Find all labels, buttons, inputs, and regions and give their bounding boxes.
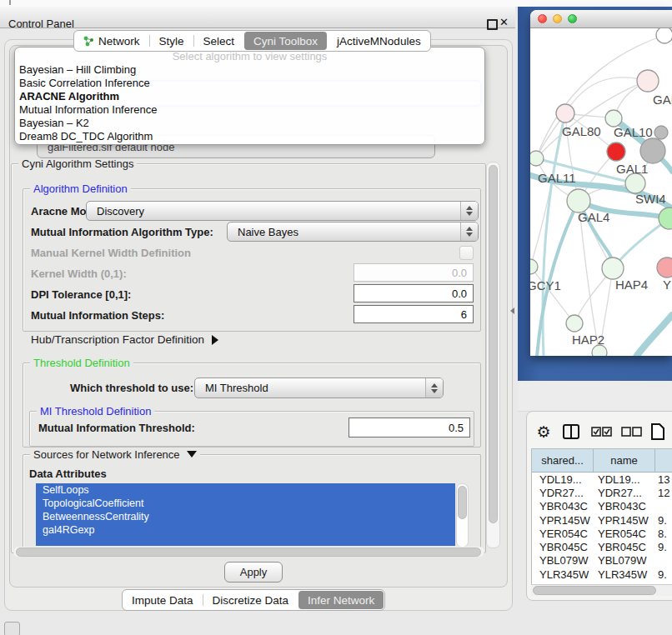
network-canvas[interactable]: GAL7GAL80GAL10GAL11GAL1GAL4SWI4GCY1HAP4Y… — [530, 28, 672, 356]
algorithm-option[interactable]: Basic Correlation Inference — [15, 77, 484, 90]
node-label-gal4: GAL4 — [578, 210, 609, 224]
mi-threshold-field[interactable]: 0.5 — [349, 418, 470, 438]
table-row[interactable]: YBR043CYBR043C — [532, 500, 672, 513]
table-cell: YBR045C — [594, 541, 655, 553]
attribute-list-item[interactable]: SelfLoops — [36, 483, 455, 497]
column-header-shared-name[interactable]: shared... — [532, 449, 594, 472]
spinner-arrows-icon — [460, 202, 478, 220]
tab-style[interactable]: Style — [150, 35, 193, 48]
table-body: YDL19...YDL19...13YDR27...YDR27...12YBR0… — [532, 472, 672, 594]
column-header-name[interactable]: name — [594, 449, 655, 472]
zoom-traffic-light-icon[interactable] — [568, 14, 577, 23]
cyni-algorithm-settings-title: Cyni Algorithm Settings — [18, 158, 137, 170]
new-table-icon[interactable] — [649, 423, 667, 440]
network-node-gal80[interactable] — [556, 104, 574, 122]
hub-definition-toggle[interactable]: Hub/Transcription Factor Definition — [31, 333, 218, 346]
table-row[interactable]: YLR345WYLR345W9. — [532, 568, 672, 581]
algorithm-option[interactable]: Dream8 DC_TDC Algorithm — [15, 130, 484, 143]
table-row[interactable]: YBR045CYBR045C9. — [532, 540, 672, 553]
network-window-titlebar — [530, 10, 672, 28]
float-window-icon[interactable] — [487, 19, 498, 30]
kernel-width-field: 0.0 — [354, 263, 474, 282]
table-row[interactable]: YPR145WYPR145W9. — [532, 513, 672, 527]
table-cell: YER054C — [594, 528, 655, 540]
settings-horizontal-scrollbar[interactable] — [13, 547, 484, 557]
network-node[interactable] — [607, 142, 625, 161]
network-node-gal11[interactable] — [530, 151, 544, 166]
column-header-clipped[interactable] — [655, 449, 672, 472]
table-cell: YBR043C — [594, 500, 655, 512]
table-horizontal-scrollbar[interactable] — [531, 584, 672, 596]
network-node-gal4[interactable] — [567, 189, 590, 212]
network-node-hap4[interactable] — [602, 258, 624, 279]
mi-type-label: Mutual Information Algorithm Type: — [31, 226, 213, 238]
network-node-gal1[interactable] — [625, 173, 645, 193]
spinner-arrows-icon — [425, 378, 443, 398]
sources-title[interactable]: Sources for Network Inference — [30, 448, 200, 461]
tab-discretize-data[interactable]: Discretize Data — [203, 594, 298, 607]
network-node-gal7[interactable] — [637, 70, 659, 92]
splitter-collapse-icon[interactable] — [510, 308, 514, 314]
split-columns-icon[interactable] — [556, 424, 586, 439]
node-label-gal7: GAL7 — [653, 92, 672, 107]
select-all-checkboxes-icon[interactable] — [586, 427, 616, 437]
table-toolbar: ⚙ — [531, 415, 672, 448]
which-threshold-label: Which threshold to use: — [70, 382, 193, 394]
tab-select[interactable]: Select — [194, 35, 244, 48]
aracne-mode-combo[interactable]: Discovery — [86, 201, 479, 221]
tab-cyni-toolbox[interactable]: Cyni Toolbox — [244, 32, 327, 50]
table-row[interactable]: YDL19...YDL19...13 — [532, 472, 672, 486]
gear-icon[interactable]: ⚙ — [531, 422, 556, 442]
kernel-width-label: Kernel Width (0,1): — [31, 268, 127, 280]
attribute-list-item[interactable]: gal4RGexp — [36, 523, 455, 537]
tab-network[interactable]: Network — [74, 35, 149, 48]
algorithm-dropdown: Select algorithm to view settings Bayesi… — [14, 47, 485, 145]
algorithm-option[interactable]: ARACNE Algorithm — [15, 90, 484, 103]
close-icon[interactable]: ✕ — [499, 16, 509, 28]
dpi-tolerance-label: DPI Tolerance [0,1]: — [31, 288, 131, 301]
mi-type-combo[interactable]: Naive Bayes — [227, 222, 479, 242]
algorithm-option[interactable]: Mutual Information Inference — [15, 103, 484, 117]
table-row[interactable]: YER054CYER054C8. — [532, 527, 672, 540]
mi-threshold-label: Mutual Information Threshold: — [38, 422, 195, 434]
algorithm-dropdown-items: Bayesian – Hill ClimbingBasic Correlatio… — [15, 63, 484, 143]
table-cell: YLR345W — [532, 568, 594, 581]
table-cell: YBR045C — [532, 541, 594, 553]
network-node[interactable] — [640, 138, 665, 163]
attribute-list-item[interactable]: BetweennessCentrality — [36, 510, 455, 523]
table-cell: YBL079W — [532, 554, 594, 567]
network-node-hap2[interactable] — [566, 315, 583, 332]
mi-steps-field[interactable]: 6 — [354, 305, 474, 323]
dpi-tolerance-field[interactable]: 0.0 — [354, 284, 474, 302]
control-panel-tabs: Network Style Select Cyni Toolbox jActiv… — [73, 30, 431, 52]
network-node[interactable] — [654, 126, 668, 139]
table-cell: 9. — [655, 568, 672, 581]
attribute-list-item[interactable]: TopologicalCoefficient — [36, 497, 455, 510]
table-cell: YDL19... — [532, 473, 594, 486]
close-traffic-light-icon[interactable] — [538, 14, 547, 23]
network-node-gcy1[interactable] — [530, 259, 538, 274]
tab-infer-network[interactable]: Infer Network — [298, 591, 384, 609]
table-cell: 13 — [655, 473, 672, 486]
table-cell: YLR345W — [594, 568, 655, 581]
node-label-hap4: HAP4 — [615, 278, 648, 292]
algorithm-option[interactable]: Bayesian – K2 — [15, 117, 484, 130]
network-node[interactable] — [656, 28, 672, 43]
tab-jactivemnodules[interactable]: jActiveMNodules — [328, 35, 430, 48]
minimize-traffic-light-icon[interactable] — [553, 14, 562, 23]
algorithm-option[interactable]: Bayesian – Hill Climbing — [15, 63, 484, 77]
tab-impute-data[interactable]: Impute Data — [123, 594, 203, 607]
attribute-list-scrollbar[interactable] — [456, 483, 469, 548]
table-row[interactable]: YDR27...YDR27...12 — [532, 486, 672, 499]
table-cell: 8. — [655, 528, 672, 540]
network-node-gal10[interactable] — [605, 110, 622, 127]
screen: Control Panel ✕ Network Style Select Cyn… — [0, 0, 672, 635]
unselect-all-checkboxes-icon[interactable] — [616, 427, 646, 437]
minimized-panel-button[interactable] — [4, 622, 20, 635]
network-node-y[interactable] — [657, 258, 672, 278]
which-threshold-combo[interactable]: MI Threshold — [194, 378, 444, 398]
apply-button[interactable]: Apply — [224, 562, 283, 582]
settings-vertical-scrollbar[interactable] — [486, 162, 500, 548]
table-row[interactable]: YBL079WYBL079W — [532, 554, 672, 568]
node-label-hap2: HAP2 — [572, 332, 604, 347]
